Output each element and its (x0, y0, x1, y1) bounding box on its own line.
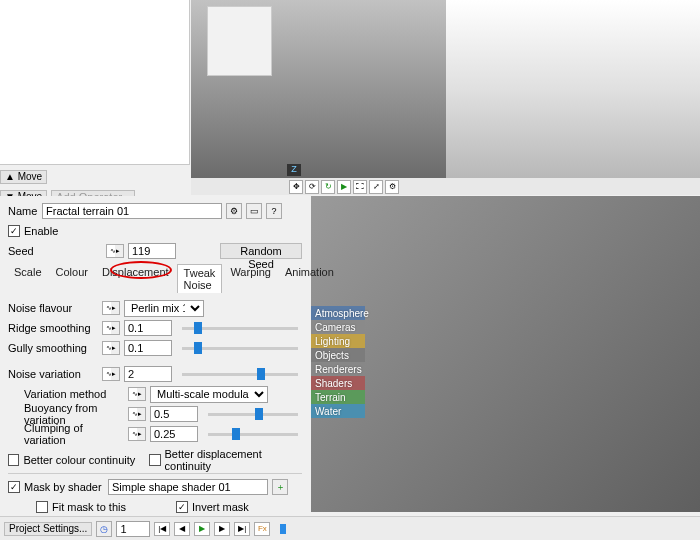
seed-label: Seed (8, 245, 38, 257)
play-icon[interactable]: ▶ (194, 522, 210, 536)
preview-badge-icon: Z (287, 164, 301, 176)
category-objects[interactable]: Objects (311, 348, 365, 362)
tab-warping[interactable]: Warping (224, 264, 277, 293)
category-shaders[interactable]: Shaders (311, 376, 365, 390)
category-water[interactable]: Water (311, 404, 365, 418)
buoyancy-input[interactable] (150, 406, 198, 422)
invert-mask-label: Invert mask (192, 501, 249, 513)
tool-rotate-icon[interactable]: ⟳ (305, 180, 319, 194)
preview-link-icon[interactable]: ▭ (246, 203, 262, 219)
tool-play-icon[interactable]: ▶ (337, 180, 351, 194)
tab-colour[interactable]: Colour (50, 264, 94, 293)
category-atmosphere[interactable]: Atmosphere (311, 306, 365, 320)
clumping-label: Clumping of variation (24, 422, 124, 446)
enable-checkbox[interactable] (8, 225, 20, 237)
step-forward-icon[interactable]: ▶ (214, 522, 230, 536)
clumping-slider[interactable] (208, 433, 298, 436)
go-end-icon[interactable]: ▶| (234, 522, 250, 536)
timeline-bar: Project Settings... ◷ |◀ ◀ ▶ ▶ ▶| Fx (0, 516, 700, 540)
add-shader-icon[interactable]: ＋ (272, 479, 288, 495)
ridge-smoothing-slider[interactable] (182, 327, 298, 330)
frame-input[interactable] (116, 521, 150, 537)
random-seed-button[interactable]: Random Seed (220, 243, 302, 259)
displacement-continuity-checkbox[interactable] (149, 454, 160, 466)
tab-displacement[interactable]: Displacement (96, 264, 175, 293)
category-cameras[interactable]: Cameras (311, 320, 365, 334)
settings-gear-icon[interactable]: ⚙ (226, 203, 242, 219)
variation-method-label: Variation method (24, 388, 124, 400)
timeline-settings-icon[interactable]: ◷ (96, 521, 112, 537)
ridge-smoothing-label: Ridge smoothing (8, 322, 98, 334)
tool-fit-icon[interactable]: ⛶ (353, 180, 367, 194)
name-label: Name (8, 205, 38, 217)
move-up-button[interactable]: ▲ Move (0, 170, 47, 184)
ridge-smoothing-input[interactable] (124, 320, 172, 336)
fit-mask-label: Fit mask to this (52, 501, 152, 513)
invert-mask-checkbox[interactable] (176, 501, 188, 513)
tab-bar: Scale Colour Displacement Tweak Noise Wa… (8, 264, 302, 293)
noise-variation-label: Noise variation (8, 368, 98, 380)
preview-toolbar: ✥ ⟳ ↻ ▶ ⛶ ⤢ ⚙ (191, 178, 700, 195)
tool-pan-icon[interactable]: ✥ (289, 180, 303, 194)
category-lighting[interactable]: Lighting (311, 334, 365, 348)
buoyancy-slider[interactable] (208, 413, 298, 416)
noise-variation-input[interactable] (124, 366, 172, 382)
noise-flavour-anim-icon[interactable]: ∿▸ (102, 301, 120, 315)
clumping-anim-icon[interactable]: ∿▸ (128, 427, 146, 441)
noise-flavour-select[interactable]: Perlin mix 1 (124, 300, 204, 317)
gully-smoothing-input[interactable] (124, 340, 172, 356)
variation-anim-icon[interactable]: ∿▸ (102, 367, 120, 381)
step-back-icon[interactable]: ◀ (174, 522, 190, 536)
variation-method-select[interactable]: Multi-scale modulator (150, 386, 268, 403)
record-icon[interactable]: Fx (254, 522, 270, 536)
gully-smoothing-slider[interactable] (182, 347, 298, 350)
seed-anim-icon[interactable]: ∿▸ (106, 244, 124, 258)
seed-input[interactable] (128, 243, 176, 259)
name-input[interactable] (42, 203, 222, 219)
timeline-playhead[interactable] (280, 524, 286, 534)
project-settings-button[interactable]: Project Settings... (4, 522, 92, 536)
tool-refresh-icon[interactable]: ↻ (321, 180, 335, 194)
noise-variation-slider[interactable] (182, 373, 298, 376)
tab-scale[interactable]: Scale (8, 264, 48, 293)
method-anim-icon[interactable]: ∿▸ (128, 387, 146, 401)
preview-thumbnail[interactable] (207, 6, 272, 76)
property-panel: Name ⚙ ▭ ? Enable Seed ∿▸ Random Seed Sc… (0, 196, 310, 512)
colour-continuity-label: Better colour continuity (23, 454, 145, 466)
clumping-input[interactable] (150, 426, 198, 442)
tool-gear-icon[interactable]: ⚙ (385, 180, 399, 194)
enable-label: Enable (24, 225, 58, 237)
go-start-icon[interactable]: |◀ (154, 522, 170, 536)
category-tabs: AtmosphereCamerasLightingObjectsRenderer… (311, 306, 365, 418)
node-tree-panel (0, 0, 190, 165)
gully-anim-icon[interactable]: ∿▸ (102, 341, 120, 355)
ridge-anim-icon[interactable]: ∿▸ (102, 321, 120, 335)
preview-3d[interactable]: Z (191, 0, 700, 178)
noise-flavour-label: Noise flavour (8, 302, 98, 314)
node-network-view[interactable]: AtmosphereCamerasLightingObjectsRenderer… (311, 196, 700, 512)
mask-shader-input[interactable] (108, 479, 268, 495)
buoyancy-anim-icon[interactable]: ∿▸ (128, 407, 146, 421)
category-renderers[interactable]: Renderers (311, 362, 365, 376)
category-terrain[interactable]: Terrain (311, 390, 365, 404)
fit-mask-checkbox[interactable] (36, 501, 48, 513)
terrain-surface (446, 0, 701, 178)
tool-expand-icon[interactable]: ⤢ (369, 180, 383, 194)
help-icon[interactable]: ? (266, 203, 282, 219)
mask-by-shader-label: Mask by shader (24, 481, 104, 493)
tab-animation[interactable]: Animation (279, 264, 340, 293)
tab-tweak-noise[interactable]: Tweak Noise (177, 264, 223, 293)
mask-by-shader-checkbox[interactable] (8, 481, 20, 493)
colour-continuity-checkbox[interactable] (8, 454, 19, 466)
displacement-continuity-label: Better displacement continuity (165, 448, 302, 472)
gully-smoothing-label: Gully smoothing (8, 342, 98, 354)
